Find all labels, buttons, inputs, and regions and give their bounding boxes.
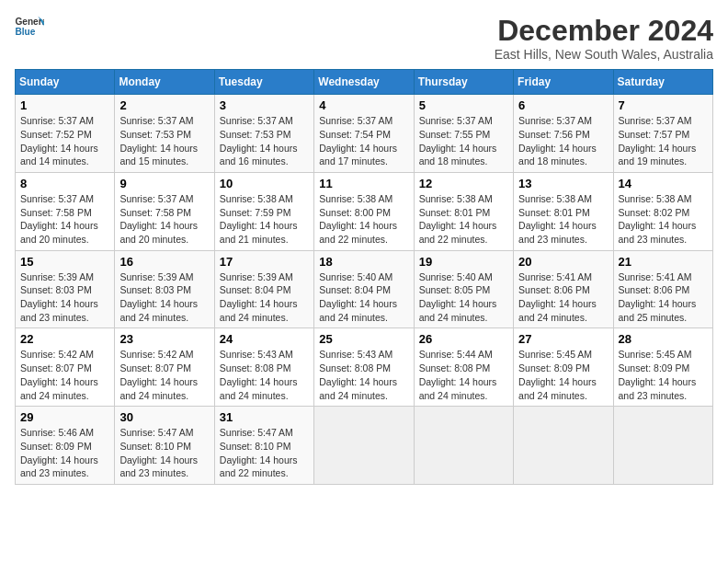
day-info: Sunrise: 5:39 AMSunset: 8:04 PMDaylight:… bbox=[220, 270, 309, 325]
day-number: 5 bbox=[419, 98, 508, 112]
day-number: 29 bbox=[20, 410, 109, 424]
calendar-row: 8Sunrise: 5:37 AMSunset: 7:58 PMDaylight… bbox=[16, 172, 713, 250]
day-number: 1 bbox=[20, 98, 109, 112]
calendar-cell: 20Sunrise: 5:41 AMSunset: 8:06 PMDayligh… bbox=[514, 250, 613, 328]
day-info: Sunrise: 5:39 AMSunset: 8:03 PMDaylight:… bbox=[119, 270, 209, 325]
calendar-cell: 13Sunrise: 5:38 AMSunset: 8:01 PMDayligh… bbox=[514, 172, 613, 250]
calendar-cell: 3Sunrise: 5:37 AMSunset: 7:53 PMDaylight… bbox=[214, 95, 313, 173]
calendar-cell: 1Sunrise: 5:37 AMSunset: 7:52 PMDaylight… bbox=[16, 95, 115, 173]
calendar-row: 15Sunrise: 5:39 AMSunset: 8:03 PMDayligh… bbox=[16, 250, 713, 328]
calendar-cell: 31Sunrise: 5:47 AMSunset: 8:10 PMDayligh… bbox=[214, 407, 313, 485]
calendar-cell: 5Sunrise: 5:37 AMSunset: 7:55 PMDaylight… bbox=[414, 95, 513, 173]
day-number: 22 bbox=[20, 332, 109, 346]
day-info: Sunrise: 5:38 AMSunset: 8:02 PMDaylight:… bbox=[619, 192, 708, 247]
day-info: Sunrise: 5:37 AMSunset: 7:55 PMDaylight:… bbox=[419, 114, 508, 168]
calendar-cell: 6Sunrise: 5:37 AMSunset: 7:56 PMDaylight… bbox=[514, 95, 613, 173]
page-title: December 2024 bbox=[495, 15, 713, 47]
day-number: 11 bbox=[319, 177, 408, 190]
title-block: December 2024 East Hills, New South Wale… bbox=[495, 15, 713, 62]
day-info: Sunrise: 5:38 AMSunset: 8:01 PMDaylight:… bbox=[419, 192, 508, 247]
day-info: Sunrise: 5:42 AMSunset: 8:07 PMDaylight:… bbox=[20, 348, 109, 402]
col-wednesday: Wednesday bbox=[314, 70, 414, 95]
calendar-cell: 27Sunrise: 5:45 AMSunset: 8:09 PMDayligh… bbox=[514, 328, 613, 407]
calendar-cell: 19Sunrise: 5:40 AMSunset: 8:05 PMDayligh… bbox=[414, 250, 513, 328]
calendar-row: 1Sunrise: 5:37 AMSunset: 7:52 PMDaylight… bbox=[16, 95, 713, 173]
calendar-cell: 21Sunrise: 5:41 AMSunset: 8:06 PMDayligh… bbox=[613, 250, 712, 328]
day-info: Sunrise: 5:38 AMSunset: 7:59 PMDaylight:… bbox=[220, 192, 309, 247]
day-info: Sunrise: 5:44 AMSunset: 8:08 PMDaylight:… bbox=[419, 348, 508, 402]
day-info: Sunrise: 5:46 AMSunset: 8:09 PMDaylight:… bbox=[20, 426, 109, 480]
calendar-table: Sunday Monday Tuesday Wednesday Thursday… bbox=[15, 69, 713, 485]
day-info: Sunrise: 5:38 AMSunset: 8:01 PMDaylight:… bbox=[518, 192, 608, 247]
day-info: Sunrise: 5:38 AMSunset: 8:00 PMDaylight:… bbox=[319, 192, 408, 247]
col-saturday: Saturday bbox=[613, 70, 712, 95]
day-number: 6 bbox=[518, 98, 608, 112]
day-number: 15 bbox=[20, 255, 109, 269]
header: General Blue December 2024 East Hills, N… bbox=[15, 15, 713, 62]
day-number: 19 bbox=[419, 255, 508, 269]
col-sunday: Sunday bbox=[16, 70, 115, 95]
day-number: 26 bbox=[419, 332, 508, 346]
calendar-cell: 2Sunrise: 5:37 AMSunset: 7:53 PMDaylight… bbox=[115, 95, 214, 173]
day-number: 23 bbox=[119, 332, 209, 346]
day-number: 4 bbox=[319, 98, 408, 112]
col-monday: Monday bbox=[115, 70, 214, 95]
day-number: 16 bbox=[119, 255, 209, 269]
calendar-cell: 15Sunrise: 5:39 AMSunset: 8:03 PMDayligh… bbox=[16, 250, 115, 328]
calendar-cell: 16Sunrise: 5:39 AMSunset: 8:03 PMDayligh… bbox=[115, 250, 214, 328]
day-number: 7 bbox=[619, 98, 708, 112]
calendar-row: 22Sunrise: 5:42 AMSunset: 8:07 PMDayligh… bbox=[16, 328, 713, 407]
calendar-cell: 25Sunrise: 5:43 AMSunset: 8:08 PMDayligh… bbox=[314, 328, 414, 407]
day-number: 8 bbox=[20, 177, 109, 190]
calendar-cell: 4Sunrise: 5:37 AMSunset: 7:54 PMDaylight… bbox=[314, 95, 414, 173]
day-number: 17 bbox=[220, 255, 309, 269]
day-number: 10 bbox=[220, 177, 309, 190]
day-number: 24 bbox=[220, 332, 309, 346]
day-info: Sunrise: 5:37 AMSunset: 7:54 PMDaylight:… bbox=[319, 114, 408, 168]
calendar-cell: 23Sunrise: 5:42 AMSunset: 8:07 PMDayligh… bbox=[115, 328, 214, 407]
day-number: 20 bbox=[518, 255, 608, 269]
calendar-cell: 8Sunrise: 5:37 AMSunset: 7:58 PMDaylight… bbox=[16, 172, 115, 250]
calendar-cell bbox=[414, 407, 513, 485]
calendar-cell: 30Sunrise: 5:47 AMSunset: 8:10 PMDayligh… bbox=[115, 407, 214, 485]
header-row: Sunday Monday Tuesday Wednesday Thursday… bbox=[16, 70, 713, 95]
calendar-cell: 12Sunrise: 5:38 AMSunset: 8:01 PMDayligh… bbox=[414, 172, 513, 250]
day-number: 30 bbox=[119, 410, 209, 424]
day-info: Sunrise: 5:41 AMSunset: 8:06 PMDaylight:… bbox=[518, 270, 608, 325]
day-number: 27 bbox=[518, 332, 608, 346]
logo-icon: General Blue bbox=[15, 15, 44, 40]
day-info: Sunrise: 5:37 AMSunset: 7:53 PMDaylight:… bbox=[220, 114, 309, 168]
day-number: 31 bbox=[220, 410, 309, 424]
day-number: 28 bbox=[619, 332, 708, 346]
day-info: Sunrise: 5:45 AMSunset: 8:09 PMDaylight:… bbox=[518, 348, 608, 402]
day-info: Sunrise: 5:40 AMSunset: 8:04 PMDaylight:… bbox=[319, 270, 408, 325]
calendar-cell: 11Sunrise: 5:38 AMSunset: 8:00 PMDayligh… bbox=[314, 172, 414, 250]
day-info: Sunrise: 5:43 AMSunset: 8:08 PMDaylight:… bbox=[220, 348, 309, 402]
day-number: 3 bbox=[220, 98, 309, 112]
day-number: 2 bbox=[119, 98, 209, 112]
day-info: Sunrise: 5:40 AMSunset: 8:05 PMDaylight:… bbox=[419, 270, 508, 325]
col-tuesday: Tuesday bbox=[214, 70, 313, 95]
calendar-cell: 24Sunrise: 5:43 AMSunset: 8:08 PMDayligh… bbox=[214, 328, 313, 407]
day-number: 25 bbox=[319, 332, 408, 346]
calendar-cell: 28Sunrise: 5:45 AMSunset: 8:09 PMDayligh… bbox=[613, 328, 712, 407]
day-info: Sunrise: 5:41 AMSunset: 8:06 PMDaylight:… bbox=[619, 270, 708, 325]
day-number: 13 bbox=[518, 177, 608, 190]
day-info: Sunrise: 5:37 AMSunset: 7:58 PMDaylight:… bbox=[20, 192, 109, 247]
calendar-cell bbox=[514, 407, 613, 485]
calendar-row: 29Sunrise: 5:46 AMSunset: 8:09 PMDayligh… bbox=[16, 407, 713, 485]
calendar-cell: 18Sunrise: 5:40 AMSunset: 8:04 PMDayligh… bbox=[314, 250, 414, 328]
col-thursday: Thursday bbox=[414, 70, 513, 95]
day-info: Sunrise: 5:39 AMSunset: 8:03 PMDaylight:… bbox=[20, 270, 109, 325]
calendar-cell: 14Sunrise: 5:38 AMSunset: 8:02 PMDayligh… bbox=[613, 172, 712, 250]
calendar-cell: 22Sunrise: 5:42 AMSunset: 8:07 PMDayligh… bbox=[16, 328, 115, 407]
day-number: 21 bbox=[619, 255, 708, 269]
calendar-cell: 9Sunrise: 5:37 AMSunset: 7:58 PMDaylight… bbox=[115, 172, 214, 250]
calendar-cell: 17Sunrise: 5:39 AMSunset: 8:04 PMDayligh… bbox=[214, 250, 313, 328]
day-info: Sunrise: 5:37 AMSunset: 7:58 PMDaylight:… bbox=[119, 192, 209, 247]
calendar-cell: 7Sunrise: 5:37 AMSunset: 7:57 PMDaylight… bbox=[613, 95, 712, 173]
calendar-cell: 10Sunrise: 5:38 AMSunset: 7:59 PMDayligh… bbox=[214, 172, 313, 250]
day-number: 18 bbox=[319, 255, 408, 269]
day-info: Sunrise: 5:42 AMSunset: 8:07 PMDaylight:… bbox=[119, 348, 209, 402]
day-info: Sunrise: 5:47 AMSunset: 8:10 PMDaylight:… bbox=[220, 426, 309, 480]
